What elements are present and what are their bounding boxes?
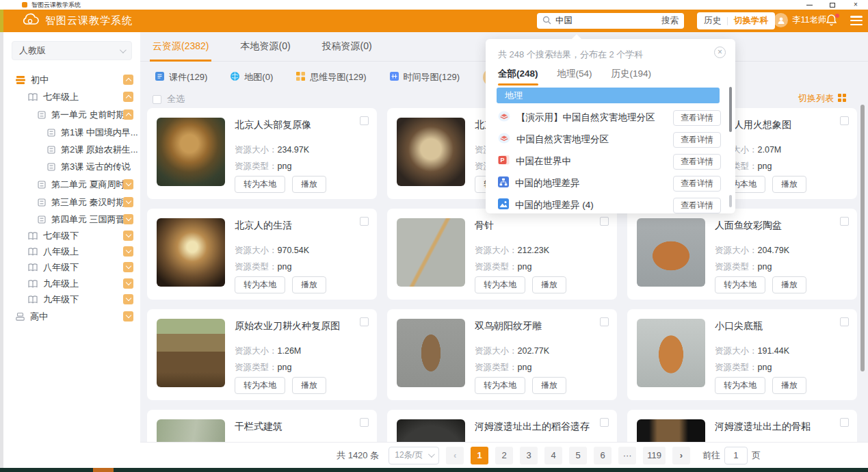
tree-item-grade8a[interactable]: 八年级上: [3, 244, 140, 260]
edition-select[interactable]: 人教版: [12, 41, 132, 60]
play-button[interactable]: 播放: [772, 176, 806, 193]
result-row[interactable]: P 中国在世界中 查看详情: [498, 151, 724, 172]
card-thumbnail[interactable]: [637, 218, 705, 287]
to-local-button[interactable]: 转为本地: [235, 377, 285, 394]
tree-item-lesson1[interactable]: 第1课 中国境内早...: [3, 124, 140, 141]
subject-switcher[interactable]: 历史 切换学科: [697, 12, 775, 29]
card-checkbox[interactable]: [360, 116, 369, 125]
expand-icon[interactable]: [123, 231, 133, 241]
card-checkbox[interactable]: [600, 418, 609, 427]
card-checkbox[interactable]: [600, 217, 609, 226]
to-local-button[interactable]: 转为本地: [235, 276, 285, 293]
close-icon[interactable]: ×: [852, 1, 860, 8]
close-icon[interactable]: ×: [714, 47, 726, 58]
card-thumbnail[interactable]: [157, 319, 225, 387]
tree-item-unit2[interactable]: 第二单元 夏商周时期: [3, 176, 140, 193]
expand-icon[interactable]: [123, 246, 133, 257]
tree-item-unit1[interactable]: 第一单元 史前时期: [3, 107, 140, 123]
filter-mindmap[interactable]: 思维导图(129): [296, 71, 366, 83]
play-button[interactable]: 播放: [532, 276, 566, 293]
expand-icon[interactable]: [123, 262, 133, 272]
tree-item-senior[interactable]: 高中: [3, 309, 140, 325]
tree-item-grade7b[interactable]: 七年级下: [3, 228, 140, 244]
filter-timeline[interactable]: 时间导图(129): [390, 71, 460, 83]
goto-page-input[interactable]: [724, 447, 748, 464]
card-checkbox[interactable]: [360, 217, 369, 226]
expand-icon[interactable]: [123, 179, 133, 189]
page-button-1[interactable]: 1: [471, 447, 488, 464]
popup-tab-history[interactable]: 历史(194): [611, 68, 652, 86]
search-input[interactable]: [555, 16, 657, 26]
menu-icon[interactable]: [850, 16, 863, 25]
current-subject-label[interactable]: 历史: [704, 15, 721, 27]
filter-courseware[interactable]: 课件(129): [155, 71, 207, 83]
card-thumbnail[interactable]: [397, 319, 465, 387]
expand-icon[interactable]: [123, 311, 133, 322]
to-local-button[interactable]: 转为本地: [475, 377, 525, 394]
maximize-icon[interactable]: [828, 1, 837, 8]
result-row[interactable]: 中国的地理差异 查看详情: [498, 173, 724, 194]
page-button-6[interactable]: 6: [594, 447, 611, 464]
view-details-button[interactable]: 查看详情: [673, 198, 721, 213]
select-all-checkbox[interactable]: [153, 95, 161, 104]
to-local-button[interactable]: 转为本地: [235, 176, 285, 193]
card-checkbox[interactable]: [840, 217, 849, 226]
result-row[interactable]: 【演示用】中国自然灾害地理分区 查看详情: [498, 107, 724, 128]
tree-item-grade9b[interactable]: 九年级下: [3, 291, 140, 308]
tree-item-grade8b[interactable]: 八年级下: [3, 259, 140, 276]
to-local-button[interactable]: 转为本地: [475, 276, 525, 293]
expand-icon[interactable]: [123, 278, 133, 289]
switch-list-button[interactable]: 切换列表: [798, 92, 846, 105]
filter-map[interactable]: 地图(0): [231, 71, 273, 83]
page-button-3[interactable]: 3: [520, 447, 538, 464]
play-button[interactable]: 播放: [532, 377, 566, 394]
card-checkbox[interactable]: [840, 418, 849, 427]
expand-icon[interactable]: [123, 294, 133, 304]
to-local-button[interactable]: 转为本地: [715, 377, 765, 394]
page-button-119[interactable]: 119: [643, 447, 666, 464]
collapse-icon[interactable]: [123, 92, 133, 102]
card-thumbnail[interactable]: [397, 218, 465, 287]
card-thumbnail[interactable]: [397, 118, 465, 186]
play-button[interactable]: 播放: [292, 276, 326, 293]
expand-icon[interactable]: [123, 214, 133, 224]
per-page-select[interactable]: 12条/页: [389, 447, 439, 464]
tree-item-grade9a[interactable]: 九年级上: [3, 276, 140, 292]
popup-tab-geography[interactable]: 地理(54): [557, 68, 592, 86]
collapse-icon[interactable]: [123, 75, 133, 85]
next-page-button[interactable]: ›: [672, 447, 690, 464]
card-thumbnail[interactable]: [157, 218, 225, 287]
card-checkbox[interactable]: [360, 418, 369, 427]
play-button[interactable]: 播放: [772, 276, 806, 293]
card-checkbox[interactable]: [600, 317, 609, 326]
view-details-button[interactable]: 查看详情: [673, 154, 721, 170]
search-box[interactable]: 搜索: [537, 13, 684, 29]
tab-cloud-resources[interactable]: 云资源(2382): [153, 32, 209, 62]
search-button[interactable]: 搜索: [661, 15, 679, 27]
play-button[interactable]: 播放: [772, 377, 806, 394]
tree-item-grade7a[interactable]: 七年级上: [3, 89, 140, 105]
notification-bell-icon[interactable]: [826, 14, 839, 27]
tree-item-unit3[interactable]: 第三单元 秦汉时期: [3, 194, 140, 211]
user-menu[interactable]: 李11老师: [774, 13, 826, 27]
card-thumbnail[interactable]: [637, 319, 705, 387]
tree-item-lesson2[interactable]: 第2课 原始农耕生...: [3, 142, 140, 158]
popup-scrollbar[interactable]: [729, 87, 732, 132]
play-button[interactable]: 播放: [292, 377, 326, 394]
prev-page-button[interactable]: ‹: [446, 447, 464, 464]
page-button-5[interactable]: 5: [569, 447, 587, 464]
view-details-button[interactable]: 查看详情: [673, 132, 721, 148]
collapse-icon[interactable]: [123, 109, 133, 120]
vertical-scrollbar[interactable]: [860, 105, 865, 371]
page-ellipsis[interactable]: ···: [618, 447, 636, 464]
result-row[interactable]: 中国的地理差异 (4) 查看详情: [498, 195, 724, 215]
play-button[interactable]: 播放: [292, 176, 326, 193]
switch-subject-button[interactable]: 切换学科: [734, 15, 768, 27]
minimize-icon[interactable]: [805, 1, 813, 8]
tree-item-junior[interactable]: 初中: [3, 72, 140, 88]
view-details-button[interactable]: 查看详情: [673, 110, 721, 126]
card-thumbnail[interactable]: [157, 118, 225, 186]
page-button-4[interactable]: 4: [544, 447, 562, 464]
card-checkbox[interactable]: [360, 317, 369, 326]
tab-local-resources[interactable]: 本地资源(0): [240, 32, 290, 62]
